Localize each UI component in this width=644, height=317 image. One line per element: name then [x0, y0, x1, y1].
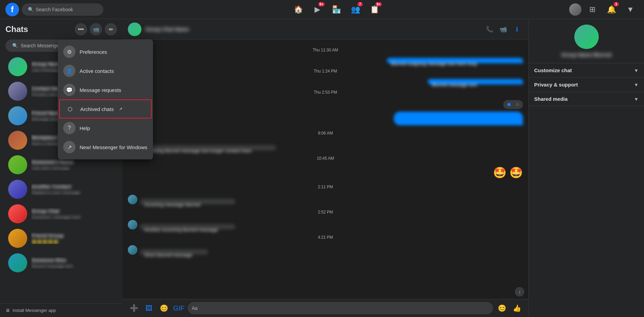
timestamp: 10:45 AM: [128, 156, 523, 161]
chat-name: Group Chat: [31, 208, 114, 214]
sidebar-header: Chats ••• 📹 ✏: [0, 19, 122, 38]
archived-chats-label: Archived chats: [80, 106, 114, 112]
search-bar[interactable]: 🔍 Search Facebook: [22, 3, 103, 16]
dropdown-messenger-windows[interactable]: ↗ New! Messenger for Windows: [58, 138, 153, 157]
dropdown-preferences[interactable]: ⚙ Preferences: [58, 42, 153, 61]
scroll-to-bottom[interactable]: ↓: [515, 287, 524, 297]
account-menu-btn[interactable]: ▼: [622, 1, 639, 18]
avatar: [8, 204, 27, 223]
sticker-icon: 😊: [160, 304, 168, 312]
chat-info: Someone Else Recent message text: [31, 257, 114, 269]
chat-info: Friend Group ⭐⭐⭐⭐⭐: [31, 233, 114, 244]
chat-name: Another Contact: [31, 184, 114, 189]
more-options-btn[interactable]: •••: [75, 23, 87, 35]
customize-chat-label: Customize chat: [534, 67, 572, 73]
chat-header-info: Group Chat Name: [146, 26, 479, 32]
list-item[interactable]: Group Chat Someone: message here: [3, 202, 120, 226]
sender-avatar: [128, 245, 137, 255]
chat-name: Friend Group: [31, 233, 114, 238]
chat-header-actions: 📞 📹 ℹ: [484, 23, 523, 35]
preferences-icon: ⚙: [63, 46, 75, 58]
messages-area[interactable]: Thu 11:30 AM Blurred outgoing message te…: [122, 39, 528, 299]
video-call-btn[interactable]: 📹: [90, 23, 102, 35]
info-btn[interactable]: ℹ: [511, 23, 523, 35]
search-icon: 🔍: [28, 7, 34, 12]
home-nav-btn[interactable]: 🏠: [290, 1, 306, 18]
emoji-btn[interactable]: 😊: [496, 302, 508, 314]
search-icon: 🔍: [12, 43, 18, 48]
apps-btn[interactable]: ⊞: [584, 1, 600, 18]
help-icon: ?: [63, 122, 75, 134]
message-row: Blurred outgoing message text here long: [128, 58, 523, 63]
voice-call-btn[interactable]: 📞: [484, 23, 496, 35]
chevron-down-icon: ▼: [634, 96, 639, 102]
message-input-placeholder: Aa: [192, 305, 198, 311]
sticker-btn[interactable]: 😊: [158, 302, 170, 314]
avatar: [8, 106, 27, 125]
notifications-btn[interactable]: 🔔 3: [603, 1, 620, 18]
right-panel-avatar: [574, 25, 599, 49]
groups-nav-btn[interactable]: 📋 9+: [366, 1, 383, 18]
list-item[interactable]: Friend Group ⭐⭐⭐⭐⭐: [3, 226, 120, 251]
list-item[interactable]: Someone Else Recent message text: [3, 251, 120, 275]
friends-nav-btn[interactable]: 👥 7: [347, 1, 363, 18]
notif-badge: 3: [613, 2, 619, 6]
sender-avatar: [128, 195, 137, 204]
chat-info: Another Contact Replied to your message: [31, 184, 114, 195]
message-input[interactable]: Aa: [188, 302, 493, 314]
avatar: [8, 229, 27, 248]
facebook-logo[interactable]: f: [5, 3, 19, 16]
user-avatar[interactable]: [569, 3, 581, 16]
top-nav: f 🔍 Search Facebook 🏠 ▶ 9+ 🏪 👥 7 📋 9+ ⊞: [0, 0, 644, 19]
message-row: Incoming message blurred: [128, 195, 523, 204]
sidebar-actions: ••• 📹 ✏: [75, 23, 117, 35]
list-item[interactable]: Another Contact Replied to your message: [3, 177, 120, 202]
shared-media-section[interactable]: Shared media ▼: [529, 92, 644, 106]
emoji-message: 🤩: [493, 166, 507, 179]
message-row: Blurred message text: [128, 79, 523, 84]
chat-preview: Recent message text: [31, 264, 114, 269]
preferences-label: Preferences: [80, 49, 107, 55]
message-requests-label: Message requests: [80, 87, 121, 93]
install-label: Install Messenger app: [13, 308, 56, 313]
scroll-down-icon: ↓: [519, 289, 521, 294]
privacy-support-section[interactable]: Privacy & support ▼: [529, 78, 644, 92]
watch-nav-btn[interactable]: ▶ 9+: [309, 1, 325, 18]
dropdown-help[interactable]: ? Help: [58, 118, 153, 138]
shared-media-label: Shared media: [534, 96, 567, 102]
apps-icon: ⊞: [589, 5, 595, 14]
timestamp: Thu 1:24 PM: [128, 69, 523, 74]
timestamp: Thu 11:30 AM: [128, 48, 523, 52]
avatar: [8, 155, 27, 174]
avatar: [8, 253, 27, 272]
gif-btn[interactable]: GIF: [173, 302, 185, 314]
timestamp: Thu 2:53 PM: [128, 90, 523, 95]
marketplace-nav-btn[interactable]: 🏪: [328, 1, 344, 18]
new-message-btn[interactable]: ✏: [105, 23, 117, 35]
chat-preview: Someone: message here: [31, 215, 114, 220]
archived-chats-icon: ⬡: [64, 103, 76, 115]
message-row: Another incoming blurred message: [128, 220, 523, 229]
install-footer[interactable]: 🖥 Install Messenger app: [0, 303, 122, 317]
search-placeholder: Search Facebook: [36, 7, 73, 12]
gif-icon: GIF: [173, 304, 184, 312]
timestamp: 4:21 PM: [128, 235, 523, 240]
message-row: [128, 100, 523, 109]
chat-header-name: Group Chat Name: [146, 26, 479, 32]
dropdown-active-contacts[interactable]: 👤 Active contacts: [58, 61, 153, 80]
video-call-header-btn[interactable]: 📹: [497, 23, 509, 35]
right-panel: Group Name Blurred Customize chat ▼ Priv…: [528, 19, 644, 317]
photo-btn[interactable]: 🖼: [143, 302, 155, 314]
dropdown-archived-chats[interactable]: ⬡ Archived chats ↗: [59, 99, 152, 118]
chat-name: Someone's Name: [31, 159, 114, 165]
sender-avatar: [128, 220, 137, 229]
dropdown-message-requests[interactable]: 💬 Message requests: [58, 80, 153, 99]
add-btn[interactable]: ➕: [128, 302, 140, 314]
chat-info: Group Chat Someone: message here: [31, 208, 114, 220]
chat-name: Someone Else: [31, 257, 114, 263]
like-btn[interactable]: 👍: [511, 302, 523, 314]
dropdown-menu: ⚙ Preferences 👤 Active contacts 💬 Messag…: [58, 39, 153, 159]
audio-bubble[interactable]: [503, 100, 523, 109]
customize-chat-section[interactable]: Customize chat ▼: [529, 63, 644, 78]
message-bubble: Blurred message text: [428, 79, 523, 84]
